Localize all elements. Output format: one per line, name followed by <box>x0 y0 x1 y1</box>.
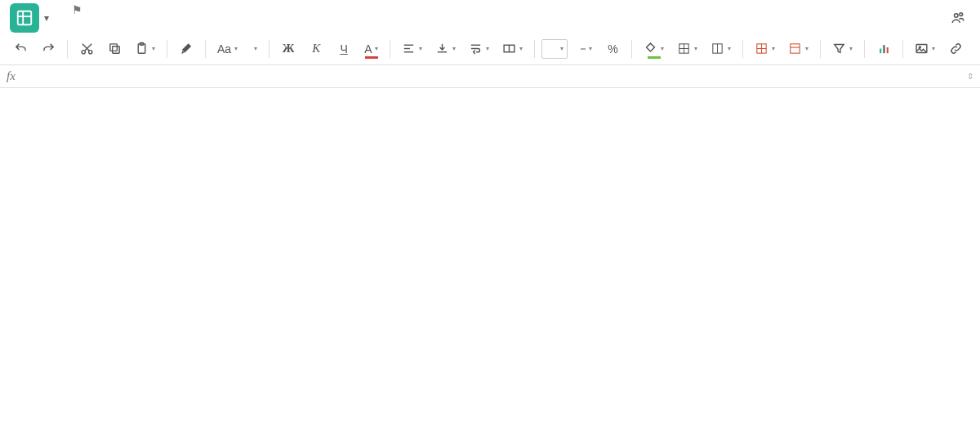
redo-button[interactable] <box>36 37 60 61</box>
svg-point-4 <box>960 13 963 16</box>
merge-button[interactable]: ▾ <box>497 37 528 61</box>
decimals-button[interactable]: ▾ <box>576 37 597 61</box>
app-menu-chevron-icon[interactable]: ▾ <box>44 12 54 24</box>
cut-button[interactable] <box>74 37 99 61</box>
toolbar: ▾ Aa▾ ▾ Ж К Ч А▾ ▾ ▾ ▾ ▾ ▾ ▾ % ▾ ▾ ▾ ▾ ▾… <box>0 33 980 65</box>
delete-cells-button[interactable]: ▾ <box>783 37 813 61</box>
insert-cells-button[interactable]: ▾ <box>750 37 780 61</box>
share-button[interactable] <box>951 11 970 25</box>
borders-button[interactable]: ▾ <box>672 37 702 61</box>
undo-button[interactable] <box>8 37 33 61</box>
spreadsheet-grid[interactable] <box>0 88 980 432</box>
copy-button[interactable] <box>102 37 127 61</box>
number-format-select[interactable]: ▾ <box>541 39 568 59</box>
svg-rect-0 <box>18 11 32 25</box>
font-name-select[interactable]: Aa▾ <box>212 37 243 61</box>
bold-button[interactable]: Ж <box>276 37 301 61</box>
chart-button[interactable] <box>871 37 896 61</box>
italic-button[interactable]: К <box>304 37 328 61</box>
svg-rect-9 <box>112 47 119 53</box>
image-button[interactable]: ▾ <box>910 37 940 61</box>
app-logo[interactable] <box>10 3 39 33</box>
format-painter-button[interactable] <box>174 37 198 61</box>
wrap-button[interactable]: ▾ <box>464 37 494 61</box>
flag-icon[interactable]: ⚑ <box>72 3 82 16</box>
expand-formula-icon[interactable]: ⇳ <box>967 72 973 81</box>
paste-button[interactable]: ▾ <box>130 37 160 61</box>
fill-color-button[interactable]: ▾ <box>639 37 669 61</box>
filter-button[interactable]: ▾ <box>827 37 858 61</box>
cells-button[interactable]: ▾ <box>706 37 736 61</box>
svg-point-3 <box>955 14 959 18</box>
link-button[interactable] <box>943 37 968 61</box>
align-h-button[interactable]: ▾ <box>397 37 427 61</box>
fx-icon: fx <box>7 69 16 83</box>
svg-rect-29 <box>791 44 800 53</box>
svg-rect-10 <box>109 44 117 51</box>
font-size-select[interactable]: ▾ <box>246 37 262 61</box>
formula-bar[interactable]: fx ⇳ <box>0 65 980 88</box>
percent-button[interactable]: % <box>600 37 625 61</box>
text-color-button[interactable]: А▾ <box>359 37 383 61</box>
align-v-button[interactable]: ▾ <box>430 37 461 61</box>
underline-button[interactable]: Ч <box>332 37 356 61</box>
